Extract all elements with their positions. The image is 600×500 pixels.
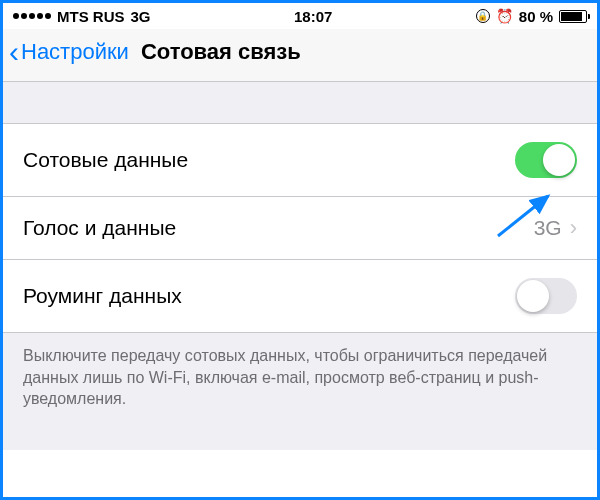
row-cellular-data: Сотовые данные — [3, 124, 597, 197]
section-spacer — [3, 82, 597, 124]
row-voice-data[interactable]: Голос и данные 3G › — [3, 197, 597, 260]
battery-icon — [559, 10, 587, 23]
carrier-label: MTS RUS — [57, 8, 125, 25]
row-label: Голос и данные — [23, 216, 176, 240]
section-footer-text: Выключите передачу сотовых данных, чтобы… — [3, 333, 597, 450]
row-value: 3G — [534, 216, 562, 240]
network-type-label: 3G — [131, 8, 151, 25]
row-label: Сотовые данные — [23, 148, 188, 172]
status-left: MTS RUS 3G — [13, 8, 151, 25]
back-label: Настройки — [21, 39, 129, 65]
status-bar: MTS RUS 3G 18:07 🔒 ⏰ 80 % — [3, 3, 597, 29]
page-title: Сотовая связь — [141, 39, 301, 65]
row-data-roaming: Роуминг данных — [3, 260, 597, 333]
battery-percent: 80 % — [519, 8, 553, 25]
back-button[interactable]: ‹ Настройки — [9, 37, 129, 67]
signal-strength-icon — [13, 13, 51, 19]
alarm-icon: ⏰ — [496, 8, 513, 24]
row-right: 3G › — [534, 215, 577, 241]
toggle-knob — [517, 280, 549, 312]
status-right: 🔒 ⏰ 80 % — [476, 8, 587, 25]
clock: 18:07 — [294, 8, 332, 25]
data-roaming-toggle[interactable] — [515, 278, 577, 314]
chevron-left-icon: ‹ — [9, 37, 19, 67]
toggle-knob — [543, 144, 575, 176]
nav-bar: ‹ Настройки Сотовая связь — [3, 29, 597, 82]
cellular-data-toggle[interactable] — [515, 142, 577, 178]
orientation-lock-icon: 🔒 — [476, 9, 490, 23]
row-label: Роуминг данных — [23, 284, 182, 308]
settings-list: Сотовые данные Голос и данные 3G › Роуми… — [3, 124, 597, 333]
chevron-right-icon: › — [570, 215, 577, 241]
